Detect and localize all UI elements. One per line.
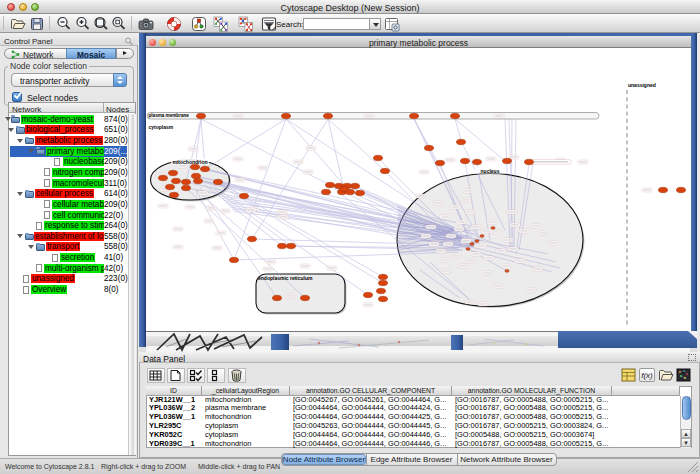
svg-text:plasma membrane: plasma membrane	[149, 113, 190, 118]
svg-text:endoplasmic reticulum: endoplasmic reticulum	[258, 275, 313, 281]
svg-text:mitochondrion: mitochondrion	[173, 159, 208, 165]
svg-text:unassigned: unassigned	[628, 82, 656, 88]
svg-text:nucleus: nucleus	[481, 168, 500, 174]
svg-text:cytoplasm: cytoplasm	[149, 124, 174, 130]
